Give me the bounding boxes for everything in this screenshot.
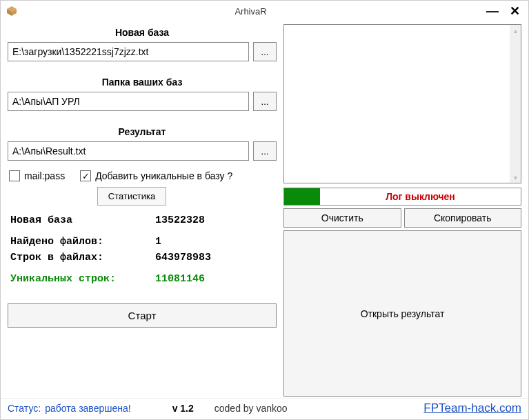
add-unique-label: Добавить уникальные в базу ? — [95, 170, 232, 181]
status-label: Статус: — [8, 403, 41, 414]
new-base-browse-button[interactable]: ... — [253, 42, 277, 61]
scroll-down-icon[interactable]: ▾ — [510, 172, 521, 183]
mailpass-checkbox[interactable] — [9, 170, 20, 181]
stat-lines-value: 643978983 — [155, 252, 211, 263]
window-title: ArhivaR — [23, 6, 479, 17]
log-output[interactable]: ▴ ▾ — [283, 24, 521, 183]
result-input[interactable] — [8, 141, 249, 161]
scrollbar[interactable]: ▴ ▾ — [510, 25, 521, 183]
base-folder-label: Папка ваших баз — [8, 74, 277, 89]
progress-row: Лог выключен — [283, 188, 521, 206]
result-label: Результат — [8, 123, 277, 139]
left-panel: Новая база ... Папка ваших баз ... Резул… — [8, 24, 277, 397]
stat-lines-label: Строк в файлах: — [10, 252, 155, 263]
minimize-button[interactable]: — — [484, 3, 501, 19]
new-base-input[interactable] — [8, 42, 249, 61]
add-unique-checkbox[interactable]: ✓ — [80, 170, 91, 181]
titlebar: ArhivaR — ✕ — [1, 1, 528, 21]
statistics-button[interactable]: Статистика — [97, 187, 166, 206]
progress-bar — [284, 188, 320, 205]
result-browse-button[interactable]: ... — [253, 141, 277, 161]
log-status-label: Лог выключен — [320, 188, 521, 205]
stat-files-value: 1 — [155, 236, 161, 248]
coded-by-label: coded by vankoo — [214, 403, 288, 414]
app-icon — [6, 6, 17, 17]
base-folder-browse-button[interactable]: ... — [253, 92, 277, 111]
right-panel: ▴ ▾ Лог выключен Очистить Скопировать От… — [283, 24, 521, 397]
scroll-up-icon[interactable]: ▴ — [510, 25, 521, 36]
close-button[interactable]: ✕ — [506, 3, 523, 19]
footer: Статус: работа завершена! v 1.2 coded by… — [1, 398, 528, 419]
new-base-label: Новая база — [8, 24, 277, 39]
base-folder-input[interactable] — [8, 92, 249, 111]
clear-button[interactable]: Очистить — [283, 208, 401, 228]
app-window: ArhivaR — ✕ Новая база ... Папка ваших б… — [0, 0, 529, 420]
stat-newbase-label: Новая база — [10, 214, 155, 226]
content-area: Новая база ... Папка ваших баз ... Резул… — [1, 21, 528, 398]
site-link[interactable]: FPTeam-hack.com — [423, 401, 521, 415]
status-value: работа завершена! — [45, 403, 130, 414]
stat-unique-label: Уникальных строк: — [10, 273, 155, 285]
start-button[interactable]: Старт — [8, 303, 277, 328]
stat-newbase-value: 13522328 — [155, 214, 205, 226]
stat-unique-value: 11081146 — [155, 273, 205, 285]
stat-files-label: Найдено файлов: — [10, 236, 155, 248]
stats-block: Новая база 13522328 Найдено файлов: 1 Ст… — [8, 208, 277, 291]
version-label: v 1.2 — [172, 403, 194, 414]
mailpass-label: mail:pass — [24, 170, 65, 181]
copy-button[interactable]: Скопировать — [404, 208, 522, 228]
open-result-button[interactable]: Открыть результат — [283, 230, 521, 397]
